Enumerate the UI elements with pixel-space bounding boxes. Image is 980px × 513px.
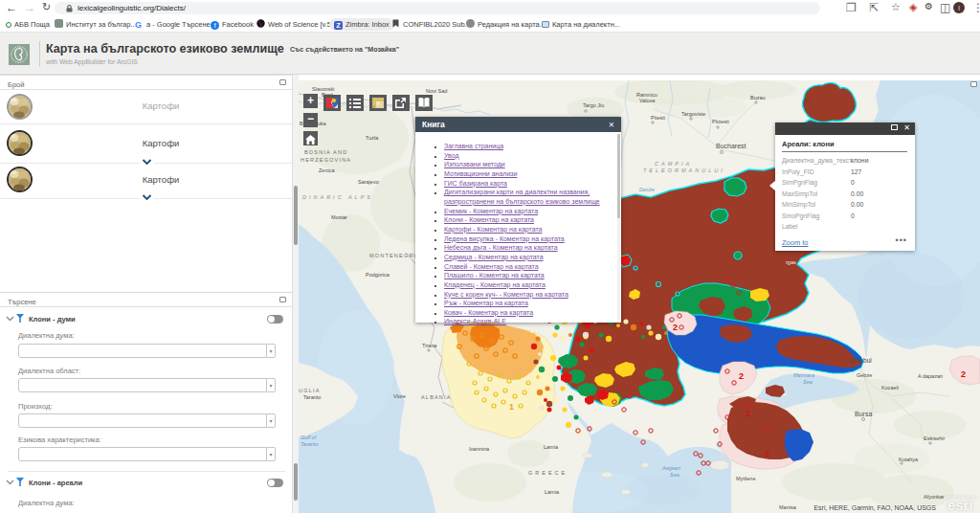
svg-text:DINARIC ALPS: DINARIC ALPS bbox=[302, 194, 373, 200]
svg-text:Marmara: Marmara bbox=[793, 372, 814, 378]
svg-text:Tuzla: Tuzla bbox=[366, 135, 379, 141]
svg-text:Taranto: Taranto bbox=[303, 394, 321, 400]
svg-text:Ioannina: Ioannina bbox=[469, 446, 490, 452]
svg-text:Sea: Sea bbox=[670, 472, 679, 478]
svg-text:HERZEGOVINA: HERZEGOVINA bbox=[301, 157, 351, 163]
svg-text:2: 2 bbox=[765, 449, 769, 458]
svg-text:Eskisehir: Eskisehir bbox=[924, 435, 945, 441]
svg-text:Danube: Danube bbox=[639, 188, 655, 192]
svg-text:Podgorica: Podgorica bbox=[366, 272, 390, 278]
svg-text:Lamia: Lamia bbox=[545, 489, 560, 495]
svg-text:2: 2 bbox=[961, 369, 966, 379]
svg-text:Pitesti: Pitesti bbox=[651, 115, 665, 121]
svg-text:MONTENEGRO: MONTENEGRO bbox=[369, 253, 419, 258]
svg-text:Sea: Sea bbox=[803, 379, 813, 385]
svg-text:BOSNIA AND: BOSNIA AND bbox=[304, 149, 347, 155]
svg-text:Targoviste: Targoviste bbox=[681, 111, 705, 117]
svg-text:Buzau: Buzau bbox=[750, 95, 766, 100]
svg-text:Istanbul: Istanbul bbox=[850, 357, 872, 364]
svg-text:CAMPIA: CAMPIA bbox=[655, 161, 692, 167]
svg-text:Novi Sad: Novi Sad bbox=[426, 88, 447, 94]
svg-text:Zenica: Zenica bbox=[319, 167, 335, 173]
svg-text:Kocaeli: Kocaeli bbox=[881, 385, 899, 390]
svg-text:Sarajevo: Sarajevo bbox=[358, 179, 379, 185]
svg-text:Tirana: Tirana bbox=[422, 343, 437, 348]
svg-text:TELEORMANULUI: TELEORMANULUI bbox=[643, 167, 725, 173]
svg-text:rgas: rgas bbox=[786, 259, 796, 265]
svg-text:2: 2 bbox=[673, 323, 678, 332]
svg-text:Ploiesti: Ploiesti bbox=[712, 119, 729, 124]
svg-text:Taranto: Taranto bbox=[301, 441, 318, 447]
svg-text:Valcea: Valcea bbox=[639, 98, 656, 103]
svg-text:Kutahya: Kutahya bbox=[899, 457, 919, 462]
svg-text:Lamia: Lamia bbox=[544, 444, 559, 450]
svg-text:Targu Jiu: Targu Jiu bbox=[583, 102, 604, 108]
svg-text:UGLIA: UGLIA bbox=[299, 388, 321, 393]
svg-text:Bursa: Bursa bbox=[855, 411, 872, 417]
svg-text:ALBANIA: ALBANIA bbox=[421, 394, 452, 400]
svg-text:GREECE: GREECE bbox=[528, 470, 568, 476]
svg-text:Vlore: Vlore bbox=[393, 393, 406, 399]
svg-text:Aegean: Aegean bbox=[661, 465, 680, 471]
svg-text:1: 1 bbox=[509, 402, 514, 412]
svg-text:Manisa: Manisa bbox=[779, 504, 797, 510]
svg-text:2: 2 bbox=[739, 371, 744, 381]
svg-text:Mostar: Mostar bbox=[331, 214, 347, 220]
svg-text:A dapazari: A dapazari bbox=[918, 373, 943, 379]
svg-text:Gebze: Gebze bbox=[857, 372, 872, 378]
svg-text:Bucharest: Bucharest bbox=[716, 143, 746, 149]
svg-text:Br: Br bbox=[804, 98, 810, 103]
svg-text:Afyonkar: Afyonkar bbox=[924, 494, 945, 500]
svg-text:2: 2 bbox=[746, 409, 750, 418]
svg-text:Mytilene: Mytilene bbox=[736, 476, 755, 481]
svg-text:Gulf of: Gulf of bbox=[301, 435, 317, 440]
